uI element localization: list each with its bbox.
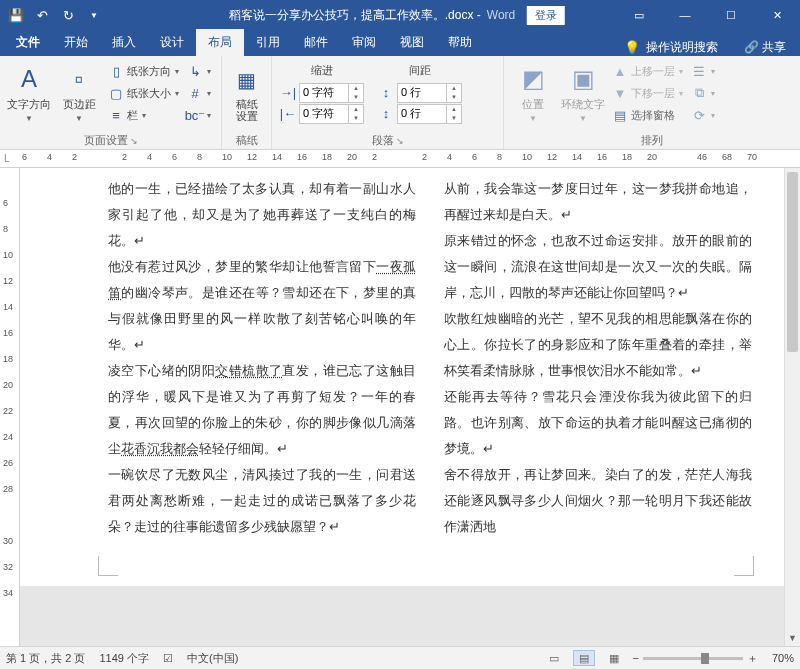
view-web-layout-button[interactable]: ▦ xyxy=(603,650,625,666)
send-backward-label: 下移一层 xyxy=(631,86,675,101)
indent-right-input[interactable]: ▲▼ xyxy=(299,104,364,124)
horizontal-ruler[interactable]: L 64224681012141618202246810121416182046… xyxy=(0,150,800,168)
tab-review[interactable]: 审阅 xyxy=(340,29,388,56)
breaks-icon: ↳ xyxy=(187,63,203,79)
manuscript-settings-button[interactable]: ▦ 稿纸 设置 xyxy=(228,60,265,126)
indent-header: 缩进 xyxy=(278,63,366,82)
quick-access-toolbar: 💾 ↶ ↻ ▼ xyxy=(0,7,110,23)
status-proofing-icon[interactable]: ☑ xyxy=(163,652,173,665)
ribbon-display-options-icon[interactable]: ▭ xyxy=(616,0,662,30)
spacing-before-input[interactable]: ▲▼ xyxy=(397,83,462,103)
page-corner-bl xyxy=(98,556,118,576)
text-direction-button[interactable]: A 文字方向 ▼ xyxy=(6,60,52,126)
spacing-after-icon: ↕ xyxy=(378,106,394,122)
document-area[interactable]: 他的一生，已经描绘了太多认真，却有着一副山水人家引起了他，却又是为了她再葬送了一… xyxy=(20,168,784,646)
minimize-icon[interactable]: — xyxy=(662,0,708,30)
position-button: ◩ 位置 ▼ xyxy=(510,60,556,126)
tab-design[interactable]: 设计 xyxy=(148,29,196,56)
breaks-button[interactable]: ↳▾ xyxy=(185,61,213,81)
scrollbar-thumb[interactable] xyxy=(787,172,798,352)
login-button[interactable]: 登录 xyxy=(527,6,565,25)
selection-pane-button[interactable]: ▤选择窗格 xyxy=(610,105,685,125)
page-setup-launcher-icon[interactable]: ↘ xyxy=(130,136,138,146)
group-manuscript-label: 稿纸 xyxy=(236,133,258,148)
selection-pane-label: 选择窗格 xyxy=(631,108,675,123)
tab-mailings[interactable]: 邮件 xyxy=(292,29,340,56)
indent-right-icon: |← xyxy=(280,106,296,122)
tab-help[interactable]: 帮助 xyxy=(436,29,484,56)
size-button[interactable]: ▢纸张大小▾ xyxy=(106,83,181,103)
spacing-header: 间距 xyxy=(376,63,464,82)
undo-icon[interactable]: ↶ xyxy=(34,7,50,23)
tell-me-label[interactable]: 操作说明搜索 xyxy=(646,39,718,56)
text-column-1[interactable]: 他的一生，已经描绘了太多认真，却有着一副山水人家引起了他，却又是为了她再葬送了一… xyxy=(108,176,416,510)
manuscript-icon: ▦ xyxy=(231,64,263,96)
bring-forward-button: ▲上移一层▾ xyxy=(610,61,685,81)
close-icon[interactable]: ✕ xyxy=(754,0,800,30)
line-numbers-button[interactable]: #▾ xyxy=(185,83,213,103)
tell-me-bulb-icon[interactable]: 💡 xyxy=(624,40,640,55)
ribbon: A 文字方向 ▼ ▫ 页边距 ▼ ▯纸张方向▾ ▢纸张大小▾ ≡栏▾ ↳▾ #▾… xyxy=(0,56,800,150)
position-label: 位置 xyxy=(522,97,544,112)
share-label: 共享 xyxy=(762,40,786,54)
zoom-out-button[interactable]: − xyxy=(633,652,639,664)
tab-insert[interactable]: 插入 xyxy=(100,29,148,56)
bring-forward-label: 上移一层 xyxy=(631,64,675,79)
manuscript-label: 稿纸 设置 xyxy=(236,98,258,122)
indent-left-row: →| ▲▼ xyxy=(278,83,366,103)
status-page[interactable]: 第 1 页，共 2 页 xyxy=(6,651,85,666)
indent-left-icon: →| xyxy=(280,85,296,101)
wrap-text-button: ▣ 环绕文字 ▼ xyxy=(560,60,606,126)
zoom-slider[interactable] xyxy=(643,657,743,660)
margins-icon: ▫ xyxy=(63,63,95,95)
align-button: ☰▾ xyxy=(689,61,717,81)
tab-file[interactable]: 文件 xyxy=(4,29,52,56)
hyphenation-icon: bc⁻ xyxy=(187,107,203,123)
columns-label: 栏 xyxy=(127,108,138,123)
zoom-in-button[interactable]: ＋ xyxy=(747,651,758,666)
tab-layout[interactable]: 布局 xyxy=(196,29,244,56)
share-button[interactable]: 🔗 共享 xyxy=(744,39,786,56)
status-language[interactable]: 中文(中国) xyxy=(187,651,238,666)
text-column-2[interactable]: 从前，我会靠这一梦度日过年，这一梦我拼命地追，再醒过来却是白天。↵原来错过的怀念… xyxy=(444,176,752,510)
vertical-ruler[interactable]: 6810121416182022242628303234 xyxy=(0,168,20,646)
wrap-label: 环绕文字 xyxy=(561,97,605,112)
save-icon[interactable]: 💾 xyxy=(8,7,24,23)
indent-right-row: |← ▲▼ xyxy=(278,104,366,124)
spacing-after-input[interactable]: ▲▼ xyxy=(397,104,462,124)
zoom-control: − ＋ 70% xyxy=(633,651,794,666)
hyphenation-button[interactable]: bc⁻▾ xyxy=(185,105,213,125)
scroll-down-icon[interactable]: ▼ xyxy=(785,630,800,646)
size-icon: ▢ xyxy=(108,85,124,101)
spacing-before-icon: ↕ xyxy=(378,85,394,101)
align-icon: ☰ xyxy=(691,63,707,79)
status-word-count[interactable]: 1149 个字 xyxy=(99,651,149,666)
paragraph-launcher-icon[interactable]: ↘ xyxy=(396,136,404,146)
qat-customize-icon[interactable]: ▼ xyxy=(86,7,102,23)
send-backward-button: ▼下移一层▾ xyxy=(610,83,685,103)
tab-home[interactable]: 开始 xyxy=(52,29,100,56)
window-controls: ▭ — ☐ ✕ xyxy=(616,0,800,30)
line-numbers-icon: # xyxy=(187,85,203,101)
view-read-mode-button[interactable]: ▭ xyxy=(543,650,565,666)
columns-button[interactable]: ≡栏▾ xyxy=(106,105,181,125)
app-name: Word xyxy=(487,8,515,22)
view-print-layout-button[interactable]: ▤ xyxy=(573,650,595,666)
orientation-label: 纸张方向 xyxy=(127,64,171,79)
ruler-toggle-icon[interactable]: L xyxy=(4,153,10,164)
tab-view[interactable]: 视图 xyxy=(388,29,436,56)
margins-button[interactable]: ▫ 页边距 ▼ xyxy=(56,60,102,126)
spacing-before-row: ↕ ▲▼ xyxy=(376,83,464,103)
document-title: 稻客说一分享办公技巧，提高工作效率。.docx - xyxy=(229,7,481,24)
zoom-level[interactable]: 70% xyxy=(772,652,794,664)
tab-references[interactable]: 引用 xyxy=(244,29,292,56)
group-page-setup-label: 页面设置 xyxy=(84,133,128,148)
wrap-text-icon: ▣ xyxy=(567,63,599,95)
vertical-scrollbar[interactable]: ▲ ▼ xyxy=(784,168,800,646)
window-title: 稻客说一分享办公技巧，提高工作效率。.docx - Word 登录 xyxy=(229,6,571,25)
redo-icon[interactable]: ↻ xyxy=(60,7,76,23)
orientation-button[interactable]: ▯纸张方向▾ xyxy=(106,61,181,81)
indent-left-input[interactable]: ▲▼ xyxy=(299,83,364,103)
orientation-icon: ▯ xyxy=(108,63,124,79)
maximize-icon[interactable]: ☐ xyxy=(708,0,754,30)
